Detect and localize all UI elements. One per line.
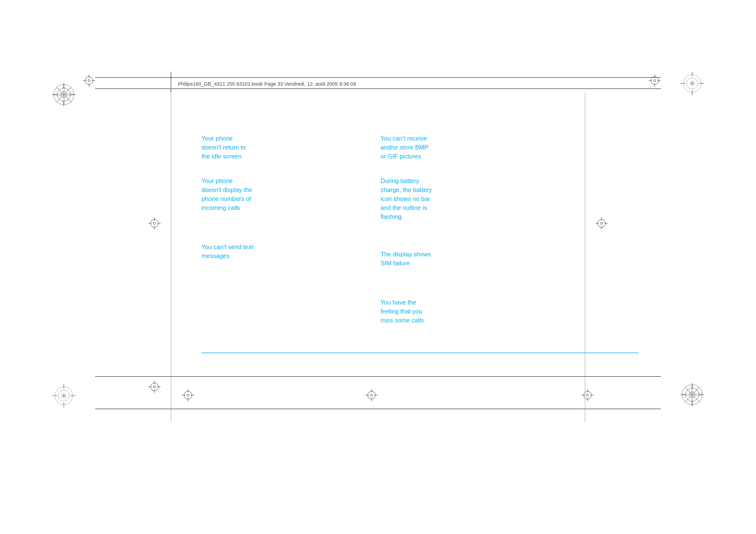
topic-6: The display shows SIM failure <box>381 250 431 268</box>
registration-mark-tr-outer <box>680 72 704 96</box>
registration-mark-tr <box>649 74 661 88</box>
registration-mark-left-mid <box>148 217 161 231</box>
topic-7: You have the feeling that you miss some … <box>381 298 424 325</box>
registration-mark-br-outer <box>680 383 704 407</box>
header-file-info: Philips160_GB_4311 255 63101.book Page 3… <box>178 80 356 87</box>
footer-bottom-line <box>95 409 661 409</box>
svg-point-13 <box>651 77 659 85</box>
header-bottom-line <box>95 88 661 89</box>
topic-3: You can't send text messages <box>201 243 253 261</box>
registration-mark-bl-second <box>182 389 194 402</box>
registration-mark-bl-inner <box>148 381 161 394</box>
svg-point-7 <box>85 77 93 85</box>
svg-point-60 <box>370 394 373 396</box>
registration-mark-bl-outer <box>52 384 76 409</box>
registration-mark-br-inner <box>581 389 594 402</box>
svg-point-14 <box>654 79 656 82</box>
topic-2: Your phone doesn't display the phone num… <box>201 177 252 213</box>
bottom-rule <box>201 353 638 353</box>
svg-point-40 <box>153 386 156 388</box>
registration-mark-bc <box>365 389 378 402</box>
svg-point-27 <box>151 219 158 227</box>
svg-point-22 <box>691 82 693 85</box>
registration-mark-right-mid <box>595 217 608 231</box>
left-vline <box>171 92 171 423</box>
svg-point-28 <box>153 222 156 224</box>
bottom-vline-right <box>585 376 585 410</box>
right-vline <box>585 92 585 423</box>
svg-point-66 <box>586 394 589 396</box>
svg-point-53 <box>184 391 192 399</box>
svg-point-48 <box>63 395 65 397</box>
svg-point-54 <box>187 394 189 396</box>
svg-point-59 <box>368 391 375 399</box>
header-top-line <box>95 77 661 78</box>
svg-point-39 <box>151 383 158 391</box>
topic-5: During battery charge, the battery icon … <box>381 177 432 222</box>
bottom-vline-left <box>171 376 171 410</box>
page: Philips160_GB_4311 255 63101.book Page 3… <box>0 0 756 534</box>
registration-mark-header <box>83 74 95 88</box>
svg-point-8 <box>88 79 90 82</box>
svg-point-33 <box>598 219 605 227</box>
footer-top-line <box>95 376 661 377</box>
registration-mark-tl-outer <box>52 83 76 107</box>
topic-4: You can't receive and/or store BMP or GI… <box>381 134 429 161</box>
svg-point-34 <box>600 222 603 224</box>
topic-1: Your phone doesn't return to the idle sc… <box>201 134 246 161</box>
